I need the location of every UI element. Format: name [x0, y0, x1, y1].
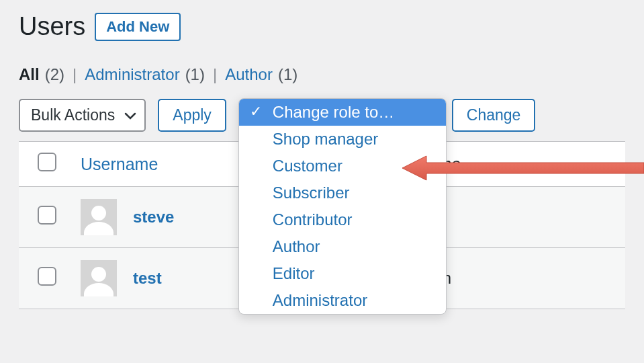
bulk-actions-label: Bulk Actions	[31, 106, 115, 124]
username-link[interactable]: test	[133, 269, 162, 288]
filter-administrator[interactable]: Administrator	[85, 65, 179, 84]
annotation-arrow-icon	[402, 155, 644, 184]
filter-all[interactable]: All	[19, 65, 40, 84]
filter-author-count: (1)	[278, 65, 297, 84]
avatar	[81, 199, 117, 235]
filter-separator: |	[70, 65, 79, 84]
role-option-shop-manager[interactable]: Shop manager	[239, 126, 446, 153]
role-option-administrator[interactable]: Administrator	[239, 287, 446, 314]
role-option-change-role-to[interactable]: Change role to…	[239, 99, 446, 126]
filter-separator: |	[210, 65, 220, 84]
apply-button[interactable]: Apply	[158, 99, 226, 132]
filter-administrator-count: (1)	[185, 65, 205, 84]
change-button[interactable]: Change	[452, 99, 536, 132]
chevron-down-icon	[124, 106, 136, 124]
select-all-checkbox[interactable]	[38, 153, 56, 171]
filter-author[interactable]: Author	[225, 65, 273, 84]
role-option-author[interactable]: Author	[239, 233, 446, 260]
svg-marker-0	[402, 156, 644, 180]
filter-all-count: (2)	[45, 65, 64, 84]
username-link[interactable]: steve	[133, 208, 174, 227]
role-dropdown-menu: Change role to… Shop manager Customer Su…	[238, 98, 447, 315]
add-new-button[interactable]: Add New	[95, 13, 181, 41]
row-checkbox[interactable]	[38, 267, 56, 286]
page-title: Users	[19, 12, 85, 41]
row-checkbox[interactable]	[38, 206, 56, 225]
role-option-editor[interactable]: Editor	[239, 260, 446, 287]
bulk-actions-select[interactable]: Bulk Actions	[19, 99, 146, 132]
avatar	[81, 260, 117, 296]
user-filters: All (2) | Administrator (1) | Author (1)	[0, 41, 644, 95]
role-option-contributor[interactable]: Contributor	[239, 206, 446, 233]
